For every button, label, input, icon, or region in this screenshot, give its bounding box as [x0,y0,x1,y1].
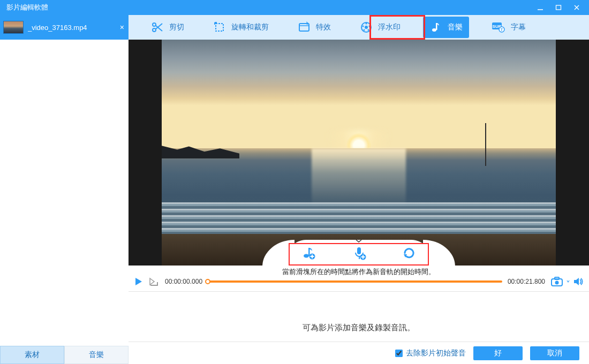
svg-rect-39 [157,282,158,286]
file-tab[interactable]: _video_37163.mp4 × [0,15,129,40]
speaker-icon [573,277,584,286]
file-close-icon[interactable]: × [120,23,124,32]
svg-rect-38 [150,285,158,286]
scissors-icon [151,21,164,34]
sidebar: 素材 音樂 [0,40,129,364]
timeline-hint: 當前滑塊所在的時間點將作為新音軌的開始時間。 [282,268,435,277]
music-note-icon [429,21,442,34]
maximize-button[interactable] [549,2,568,13]
volume-button[interactable] [573,277,584,286]
refresh-icon [402,246,416,260]
remove-original-audio-checkbox[interactable]: 去除影片初始聲音 [395,348,466,358]
footer: 去除影片初始聲音 好 取消 [129,342,589,364]
svg-marker-36 [135,278,142,285]
svg-point-16 [364,29,365,31]
minimize-button[interactable] [531,2,549,13]
svg-point-19 [432,28,436,32]
tool-subtitle[interactable]: SUB T 字幕 [485,17,532,38]
close-button[interactable] [568,2,586,13]
chevron-down-icon[interactable] [567,278,570,285]
effect-icon [298,21,311,34]
svg-rect-34 [361,256,365,257]
ok-button[interactable]: 好 [473,346,523,360]
clip-list [0,40,129,346]
music-action-bar [284,240,434,266]
chevron-down-icon[interactable] [355,239,363,243]
step-button[interactable] [149,277,160,286]
svg-text:T: T [501,28,503,32]
file-thumbnail [3,21,24,34]
svg-point-13 [365,26,368,29]
svg-rect-1 [556,5,561,10]
play-button[interactable] [134,277,144,286]
svg-point-17 [368,29,369,31]
subtitle-icon: SUB T [492,22,505,33]
title-bar: 影片編輯軟體 [0,0,589,15]
svg-point-25 [304,254,309,258]
svg-point-18 [366,23,367,25]
svg-marker-43 [574,278,579,285]
tab-music[interactable]: 音樂 [64,346,129,364]
music-add-icon [301,246,316,261]
crop-icon [213,21,226,34]
main-panel: 當前滑塊所在的時間點將作為新音軌的開始時間。 00:00:00.000 00:0… [129,40,589,364]
svg-point-11 [306,22,308,25]
svg-point-14 [363,26,364,27]
tool-watermark[interactable]: 浮水印 [353,17,407,38]
tool-music[interactable]: 音樂 [423,17,469,38]
svg-point-42 [555,281,559,285]
tool-effect[interactable]: 特效 [291,17,337,38]
svg-rect-9 [299,24,309,31]
camera-icon [550,276,563,287]
tool-rotate-crop[interactable]: 旋轉和裁剪 [207,17,275,38]
add-music-button[interactable] [301,246,316,261]
toolbar: _video_37163.mp4 × 剪切 旋轉和裁剪 [0,15,589,40]
file-name: _video_37163.mp4 [28,24,116,32]
watermark-icon [360,21,373,34]
video-preview [129,40,589,266]
tool-cut[interactable]: 剪切 [145,17,191,38]
timeline-track[interactable] [208,280,502,283]
svg-rect-29 [311,256,314,257]
record-audio-button[interactable] [352,246,367,261]
mic-add-icon [352,246,367,261]
cancel-button[interactable]: 取消 [530,346,579,360]
svg-marker-37 [150,278,154,285]
svg-point-15 [369,26,371,27]
app-title: 影片編輯軟體 [6,3,48,12]
time-start: 00:00:00.000 [165,278,202,285]
remove-audio-input[interactable] [395,350,403,357]
timeline-playhead[interactable] [205,279,210,284]
tab-material[interactable]: 素材 [0,346,64,364]
svg-rect-8 [216,24,223,31]
snapshot-button[interactable] [550,276,563,287]
replace-audio-button[interactable] [402,246,416,260]
time-end: 00:00:21.800 [508,278,545,285]
svg-rect-30 [357,247,361,254]
